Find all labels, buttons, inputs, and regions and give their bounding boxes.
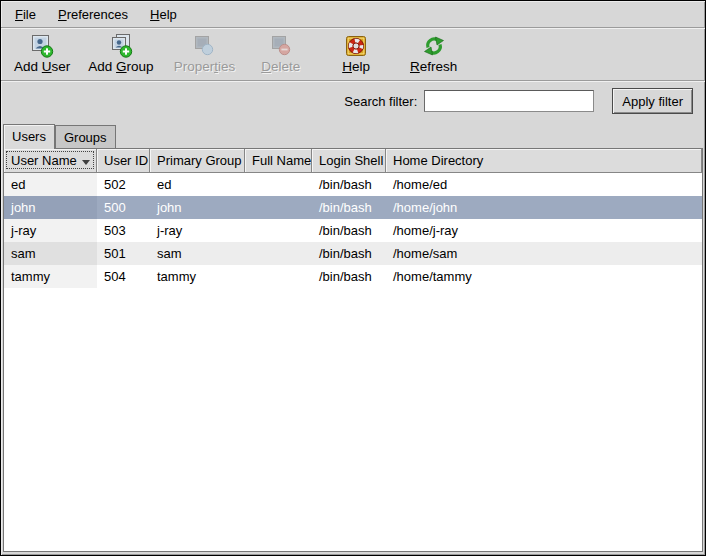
cell-login-shell: /bin/bash: [312, 173, 386, 196]
sort-arrow-icon: [82, 160, 90, 165]
help-label: Help: [342, 59, 370, 74]
table-row[interactable]: ed 502 ed /bin/bash /home/ed: [4, 173, 702, 196]
cell-user-name: tammy: [4, 265, 97, 288]
add-group-label: Add Group: [88, 59, 153, 74]
cell-user-id: 500: [97, 196, 150, 219]
cell-user-id: 501: [97, 242, 150, 265]
refresh-button[interactable]: Refresh: [403, 31, 464, 76]
add-user-label: Add User: [14, 59, 70, 74]
cell-user-name: ed: [4, 173, 97, 196]
cell-user-name: sam: [4, 242, 97, 265]
refresh-icon: [422, 34, 446, 58]
tab-users[interactable]: Users: [3, 124, 55, 149]
menu-help[interactable]: Help: [146, 5, 181, 24]
cell-home-directory: /home/john: [386, 196, 702, 219]
delete-button: Delete: [254, 31, 307, 76]
cell-login-shell: /bin/bash: [312, 219, 386, 242]
search-filter-label: Search filter:: [344, 94, 417, 109]
cell-full-name: [245, 242, 312, 265]
menu-file[interactable]: File: [11, 5, 40, 24]
cell-user-id: 502: [97, 173, 150, 196]
column-header-login-shell[interactable]: Login Shell: [312, 149, 386, 173]
cell-full-name: [245, 265, 312, 288]
column-header-home-directory[interactable]: Home Directory: [386, 149, 702, 173]
users-table: User Name User ID Primary Group Full Nam…: [3, 148, 703, 552]
cell-home-directory: /home/j-ray: [386, 219, 702, 242]
column-header-full-name[interactable]: Full Name: [245, 149, 312, 173]
delete-icon: [269, 34, 293, 58]
delete-label: Delete: [261, 59, 300, 74]
properties-icon: [192, 34, 216, 58]
cell-user-id: 503: [97, 219, 150, 242]
refresh-label: Refresh: [410, 59, 457, 74]
cell-primary-group: ed: [150, 173, 245, 196]
add-group-button[interactable]: Add Group: [81, 31, 160, 76]
table-header-row: User Name User ID Primary Group Full Nam…: [4, 149, 702, 173]
cell-full-name: [245, 219, 312, 242]
apply-filter-button[interactable]: Apply filter: [612, 88, 693, 114]
cell-primary-group: john: [150, 196, 245, 219]
cell-primary-group: tammy: [150, 265, 245, 288]
column-header-user-name[interactable]: User Name: [4, 149, 97, 173]
properties-label: Properties: [174, 59, 236, 74]
cell-user-name: j-ray: [4, 219, 97, 242]
help-button[interactable]: Help: [335, 31, 377, 76]
properties-button: Properties: [167, 31, 243, 76]
menubar: File Preferences Help: [1, 1, 705, 28]
column-header-primary-group[interactable]: Primary Group: [150, 149, 245, 173]
cell-home-directory: /home/ed: [386, 173, 702, 196]
cell-login-shell: /bin/bash: [312, 265, 386, 288]
column-header-label: User Name: [11, 153, 77, 168]
toolbar: Add User Add Group: [1, 28, 705, 81]
cell-login-shell: /bin/bash: [312, 196, 386, 219]
table-row[interactable]: j-ray 503 j-ray /bin/bash /home/j-ray: [4, 219, 702, 242]
cell-full-name: [245, 196, 312, 219]
tab-groups[interactable]: Groups: [55, 125, 116, 148]
column-header-user-id[interactable]: User ID: [97, 149, 150, 173]
user-manager-window: File Preferences Help Add User: [0, 0, 706, 556]
table-row-selected[interactable]: john 500 john /bin/bash /home/john: [4, 196, 702, 219]
add-group-icon: [109, 34, 133, 58]
table-row[interactable]: sam 501 sam /bin/bash /home/sam: [4, 242, 702, 265]
cell-user-id: 504: [97, 265, 150, 288]
search-filter-input[interactable]: [424, 90, 594, 112]
cell-primary-group: j-ray: [150, 219, 245, 242]
filter-row: Search filter: Apply filter: [1, 81, 705, 121]
menu-preferences[interactable]: Preferences: [54, 5, 132, 24]
cell-home-directory: /home/tammy: [386, 265, 702, 288]
cell-user-name: john: [4, 196, 97, 219]
cell-home-directory: /home/sam: [386, 242, 702, 265]
tabstrip: Users Groups: [1, 121, 705, 148]
help-icon: [344, 34, 368, 58]
add-user-icon: [30, 34, 54, 58]
table-row[interactable]: tammy 504 tammy /bin/bash /home/tammy: [4, 265, 702, 288]
add-user-button[interactable]: Add User: [7, 31, 77, 76]
cell-full-name: [245, 173, 312, 196]
cell-primary-group: sam: [150, 242, 245, 265]
cell-login-shell: /bin/bash: [312, 242, 386, 265]
